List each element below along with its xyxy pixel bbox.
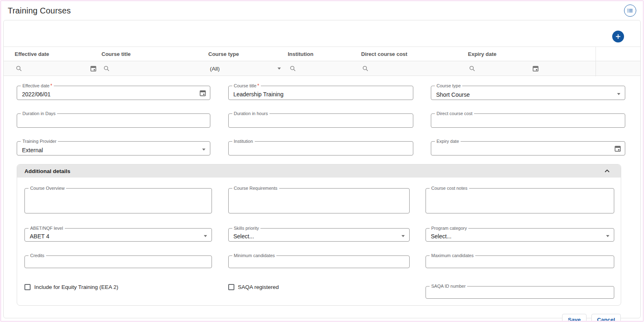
checkbox-icon[interactable] bbox=[228, 284, 234, 290]
grid-menu-button[interactable] bbox=[624, 4, 636, 17]
course-cost-notes-field[interactable]: Course cost notes bbox=[426, 188, 614, 213]
course-requirements-input[interactable] bbox=[229, 189, 409, 213]
search-icon[interactable] bbox=[104, 65, 110, 71]
course-overview-input[interactable] bbox=[25, 189, 212, 213]
form-actions: Save Cancel bbox=[4, 306, 640, 322]
institution-input[interactable] bbox=[229, 142, 413, 155]
page-header: Training Courses bbox=[1, 1, 643, 20]
abet-nqf-level-label: ABET/NQF level bbox=[29, 225, 65, 231]
column-separator bbox=[595, 47, 596, 76]
maximum-candidates-field[interactable]: Maximum candidates bbox=[426, 255, 614, 268]
maximum-candidates-label: Maximum candidates bbox=[430, 253, 475, 258]
additional-details-title: Additional details bbox=[24, 168, 71, 174]
course-cost-notes-label: Course cost notes bbox=[430, 185, 469, 191]
skills-priority-label: Skills priority bbox=[232, 225, 261, 231]
additional-row-1: Course Overview Course Requirements Cour… bbox=[24, 188, 614, 213]
chevron-down-icon[interactable] bbox=[401, 231, 405, 239]
duration-hours-label: Duration in hours bbox=[232, 111, 270, 116]
course-requirements-field[interactable]: Course Requirements bbox=[228, 188, 410, 213]
minimum-candidates-label: Minimum candidates bbox=[232, 253, 277, 258]
duration-days-field[interactable]: Duration in Days bbox=[17, 113, 210, 128]
additional-row-4: Include for Equity Training (EEA 2) SAQA… bbox=[24, 281, 614, 299]
equity-training-checkbox-label: Include for Equity Training (EEA 2) bbox=[34, 284, 118, 290]
additional-details-section: Additional details Course Overview Cours… bbox=[17, 164, 621, 306]
card-toolbar bbox=[4, 20, 640, 47]
equity-training-checkbox[interactable]: Include for Equity Training (EEA 2) bbox=[24, 284, 212, 290]
saqa-registered-checkbox-label: SAQA registered bbox=[238, 284, 279, 290]
form-row-1: Effective date* Course title* Course typ… bbox=[4, 86, 640, 100]
additional-details-body: Course Overview Course Requirements Cour… bbox=[17, 178, 621, 305]
column-header-direct-course-cost[interactable]: Direct course cost bbox=[361, 47, 407, 61]
credits-field[interactable]: Credits bbox=[24, 255, 212, 268]
chevron-down-icon[interactable] bbox=[617, 89, 620, 97]
required-asterisk: * bbox=[50, 83, 52, 89]
duration-hours-field[interactable]: Duration in hours bbox=[228, 113, 413, 128]
form-row-2: Duration in Days Duration in hours Direc… bbox=[4, 113, 640, 128]
program-category-dropdown[interactable]: Program category Select... bbox=[426, 228, 614, 242]
institution-field[interactable]: Institution bbox=[228, 141, 413, 155]
required-asterisk: * bbox=[257, 83, 259, 89]
grid-header-row: Effective date Course title Course type … bbox=[4, 47, 640, 61]
calendar-icon[interactable] bbox=[90, 65, 97, 72]
course-type-filter-value[interactable]: (All) bbox=[210, 65, 220, 71]
calendar-icon[interactable] bbox=[614, 145, 621, 152]
effective-date-label: Effective date bbox=[22, 83, 49, 88]
cancel-button[interactable]: Cancel bbox=[591, 314, 621, 322]
search-icon[interactable] bbox=[16, 65, 22, 71]
column-header-course-type[interactable]: Course type bbox=[208, 47, 239, 61]
course-title-label: Course title bbox=[234, 83, 257, 88]
chevron-down-icon[interactable] bbox=[278, 67, 281, 69]
calendar-icon[interactable] bbox=[199, 89, 206, 96]
training-provider-label: Training Provider bbox=[21, 138, 58, 144]
course-cost-notes-input[interactable] bbox=[426, 189, 614, 213]
course-title-field[interactable]: Course title* bbox=[228, 86, 413, 100]
saqa-id-number-label: SAQA ID number bbox=[430, 283, 467, 289]
plus-icon bbox=[615, 33, 621, 40]
chevron-down-icon[interactable] bbox=[204, 231, 207, 239]
column-header-expiry-date[interactable]: Expiry date bbox=[468, 47, 496, 61]
search-icon[interactable] bbox=[362, 65, 368, 71]
saqa-id-number-field[interactable]: SAQA ID number bbox=[426, 286, 614, 299]
additional-row-2: ABET/NQF level ABET 4 Skills priority Se… bbox=[24, 228, 614, 242]
chevron-down-icon[interactable] bbox=[606, 231, 609, 239]
chevron-down-icon[interactable] bbox=[202, 145, 205, 152]
search-icon[interactable] bbox=[469, 65, 475, 71]
skills-priority-dropdown[interactable]: Skills priority Select... bbox=[228, 228, 410, 242]
grid-filter-row: (All) bbox=[4, 61, 640, 76]
minimum-candidates-field[interactable]: Minimum candidates bbox=[228, 255, 410, 268]
additional-row-3: Credits Minimum candidates Maximum candi… bbox=[24, 255, 614, 268]
duration-days-label: Duration in Days bbox=[21, 111, 57, 116]
checkbox-icon[interactable] bbox=[24, 284, 31, 290]
program-category-label: Program category bbox=[430, 225, 468, 231]
direct-course-cost-field[interactable]: Direct course cost bbox=[431, 113, 625, 128]
effective-date-field[interactable]: Effective date* bbox=[17, 86, 210, 100]
column-header-course-title[interactable]: Course title bbox=[101, 47, 131, 61]
institution-label: Institution bbox=[232, 138, 255, 144]
abet-nqf-level-dropdown[interactable]: ABET/NQF level ABET 4 bbox=[24, 228, 212, 242]
course-overview-field[interactable]: Course Overview bbox=[24, 188, 212, 213]
save-button[interactable]: Save bbox=[562, 314, 587, 322]
additional-details-header[interactable]: Additional details bbox=[17, 164, 621, 178]
training-courses-card: Effective date Course title Course type … bbox=[3, 20, 641, 318]
course-overview-label: Course Overview bbox=[29, 185, 66, 191]
add-course-button[interactable] bbox=[612, 31, 624, 42]
calendar-icon[interactable] bbox=[532, 65, 539, 72]
search-icon[interactable] bbox=[290, 65, 296, 71]
chevron-up-icon[interactable] bbox=[604, 169, 610, 173]
credits-label: Credits bbox=[29, 253, 46, 258]
course-type-dropdown[interactable]: Course type Short Course bbox=[431, 86, 625, 100]
credits-input[interactable] bbox=[25, 256, 212, 268]
page-title: Training Courses bbox=[8, 6, 71, 16]
training-provider-dropdown[interactable]: Training Provider External bbox=[17, 141, 210, 155]
expiry-date-label: Expiry date bbox=[435, 138, 461, 144]
grid-head: Effective date Course title Course type … bbox=[4, 47, 640, 76]
saqa-registered-checkbox[interactable]: SAQA registered bbox=[228, 284, 410, 290]
form-row-3: Training Provider External Institution E… bbox=[4, 141, 640, 155]
column-header-institution[interactable]: Institution bbox=[288, 47, 313, 61]
direct-course-cost-label: Direct course cost bbox=[435, 111, 474, 116]
course-type-label: Course type bbox=[435, 83, 462, 89]
list-icon bbox=[627, 7, 633, 14]
course-requirements-label: Course Requirements bbox=[232, 185, 279, 191]
expiry-date-field[interactable]: Expiry date bbox=[431, 141, 625, 155]
column-header-effective-date[interactable]: Effective date bbox=[15, 47, 49, 61]
